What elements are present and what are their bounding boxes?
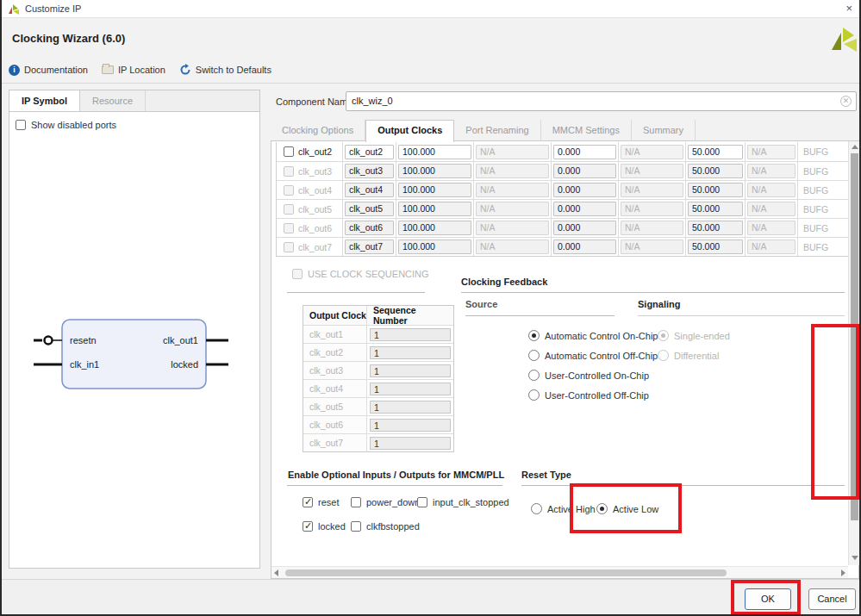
port-name-input: clk_out6 xyxy=(345,221,394,235)
phase-input: 0.000 xyxy=(553,202,616,216)
actual-freq-value: N/A xyxy=(476,145,549,159)
sequence-number-input: 1 xyxy=(370,401,451,414)
row-label: clk_out4 xyxy=(298,185,332,196)
phase-input[interactable]: 0.000 xyxy=(553,145,616,159)
show-disabled-ports-checkbox[interactable] xyxy=(16,120,26,130)
drive-value: BUFG xyxy=(803,223,828,233)
actual-phase-value: N/A xyxy=(621,145,683,159)
port-name-input: clk_out4 xyxy=(345,183,394,197)
annotation-box-active-low xyxy=(570,483,682,533)
drive-value: BUFG xyxy=(803,204,828,215)
scroll-up-icon[interactable] xyxy=(852,145,858,149)
annotation-box-ok-button xyxy=(731,580,801,615)
component-name-input[interactable]: clk_wiz_0 ✕ xyxy=(346,91,857,111)
seq-clock-label: clk_out4 xyxy=(303,380,367,397)
output-freq-input: 100.000 xyxy=(398,221,471,235)
sequence-number-input: 1 xyxy=(370,364,451,377)
output-freq-input[interactable]: 100.000 xyxy=(398,145,471,159)
source-title: Source xyxy=(465,299,497,309)
signaling-single-ended-radio xyxy=(658,330,669,341)
ip-symbol-diagram: resetn clk_in1 clk_out1 locked xyxy=(27,306,242,401)
port-resetn-label: resetn xyxy=(70,335,97,345)
locked-checkbox[interactable] xyxy=(303,521,313,532)
seq-clock-label: clk_out3 xyxy=(303,362,367,379)
row-label: clk_out7 xyxy=(298,242,332,252)
input-clk-stopped-label: input_clk_stopped xyxy=(433,497,509,507)
output-clocks-table: clk_out2 clk_out2 100.000 N/A 0.000 N/A … xyxy=(276,142,849,257)
port-name-input[interactable]: clk_out2 xyxy=(345,145,394,159)
tab-output-clocks[interactable]: Output Clocks xyxy=(365,120,454,142)
power-down-checkbox[interactable] xyxy=(351,497,361,507)
switch-to-defaults-button[interactable]: Switch to Defaults xyxy=(179,64,271,76)
table-row: clk_out6 clk_out6 100.000 N/A 0.000 N/A … xyxy=(277,218,848,237)
cancel-button[interactable]: Cancel xyxy=(808,588,856,610)
row-enable-checkbox[interactable] xyxy=(284,146,294,157)
actual-phase-value: N/A xyxy=(621,164,683,178)
scroll-right-icon[interactable] xyxy=(841,569,845,576)
source-user-offchip-radio[interactable] xyxy=(528,389,540,401)
customize-ip-dialog: Customize IP × Clocking Wizard (6.0) i D… xyxy=(0,0,861,616)
signaling-differential-label: Differential xyxy=(674,351,719,361)
duty-cycle-input[interactable]: 50.000 xyxy=(688,145,743,159)
actual-duty-value: N/A xyxy=(747,164,795,178)
tab-summary[interactable]: Summary xyxy=(632,120,696,141)
seq-clock-label: clk_out7 xyxy=(303,434,367,451)
source-auto-onchip-radio[interactable] xyxy=(528,330,540,341)
horizontal-scroll-thumb[interactable] xyxy=(285,569,727,576)
source-auto-offchip-radio[interactable] xyxy=(528,350,540,361)
tab-resource[interactable]: Resource xyxy=(80,90,146,111)
actual-phase-value: N/A xyxy=(621,240,683,254)
row-label: clk_out5 xyxy=(298,204,332,215)
annotation-box-right-area xyxy=(811,324,859,500)
clkfbstopped-checkbox[interactable] xyxy=(351,521,361,532)
sequence-row: clk_out11 xyxy=(303,325,453,343)
switch-to-defaults-label: Switch to Defaults xyxy=(196,65,271,75)
sequence-number-input: 1 xyxy=(370,346,451,359)
row-enable-checkbox xyxy=(284,166,294,177)
tab-mmcm-settings[interactable]: MMCM Settings xyxy=(541,120,632,141)
actual-freq-value: N/A xyxy=(476,183,549,197)
scroll-left-icon[interactable] xyxy=(274,569,278,576)
tab-port-renaming[interactable]: Port Renaming xyxy=(454,120,540,141)
drive-value: BUFG xyxy=(803,185,828,196)
actual-freq-value: N/A xyxy=(476,164,549,178)
signaling-divider xyxy=(638,315,845,316)
page-title: Clocking Wizard (6.0) xyxy=(12,32,125,45)
source-user-onchip-radio[interactable] xyxy=(528,370,540,381)
title-bar: Customize IP × xyxy=(2,0,859,18)
table-row: clk_out2 clk_out2 100.000 N/A 0.000 N/A … xyxy=(277,142,848,161)
ip-location-button[interactable]: IP Location xyxy=(102,65,165,75)
reset-checkbox[interactable] xyxy=(303,497,313,507)
signaling-differential-radio xyxy=(658,350,669,361)
sequence-row: clk_out21 xyxy=(303,343,453,361)
actual-freq-value: N/A xyxy=(476,221,549,235)
clear-icon[interactable]: ✕ xyxy=(840,96,852,107)
sequence-number-input: 1 xyxy=(370,419,451,432)
documentation-button[interactable]: i Documentation xyxy=(9,65,88,76)
tab-ip-symbol[interactable]: IP Symbol xyxy=(9,90,80,111)
row-enable-checkbox xyxy=(284,223,294,233)
actual-duty-value: N/A xyxy=(747,145,795,159)
source-divider xyxy=(465,315,615,316)
table-row: clk_out3 clk_out3 100.000 N/A 0.000 N/A … xyxy=(277,161,848,180)
sequence-number-input: 1 xyxy=(370,383,451,395)
seq-clock-label: clk_out6 xyxy=(303,416,367,433)
close-icon[interactable]: × xyxy=(845,2,852,15)
input-clk-stopped-checkbox[interactable] xyxy=(417,497,427,507)
clocking-feedback-title: Clocking Feedback xyxy=(461,277,547,287)
actual-phase-value: N/A xyxy=(621,221,683,235)
scroll-down-icon[interactable] xyxy=(852,556,858,560)
duty-cycle-input: 50.000 xyxy=(688,164,743,178)
actual-duty-value: N/A xyxy=(747,221,795,235)
sequence-row: clk_out31 xyxy=(303,361,453,379)
horizontal-scrollbar[interactable] xyxy=(271,566,848,578)
show-disabled-ports-label: Show disabled ports xyxy=(31,120,116,130)
output-freq-input: 100.000 xyxy=(398,164,471,178)
tab-clocking-options[interactable]: Clocking Options xyxy=(271,120,365,141)
documentation-label: Documentation xyxy=(24,65,88,75)
active-high-radio[interactable] xyxy=(531,503,542,514)
sequence-table-header: Output Clock Sequence Number xyxy=(303,306,453,325)
actual-phase-value: N/A xyxy=(621,202,683,216)
use-clock-sequencing-label: USE CLOCK SEQUENCING xyxy=(308,269,429,279)
toolbar: i Documentation IP Location Switch to De… xyxy=(9,62,271,78)
